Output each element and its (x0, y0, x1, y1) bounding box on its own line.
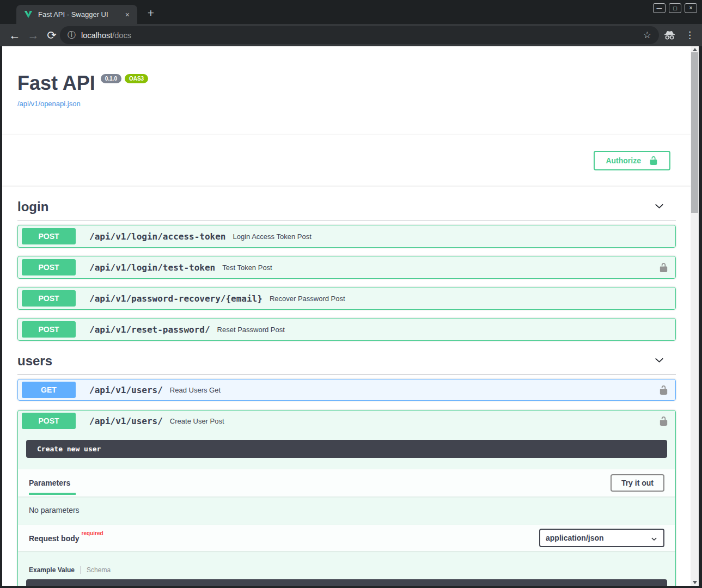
page-scrollbar[interactable] (691, 46, 699, 586)
operation-path: /api/v1/login/test-token (89, 262, 215, 273)
opblock: POST /api/v1/reset-password/ Reset Passw… (17, 318, 676, 341)
operation-row[interactable]: POST /api/v1/login/access-token Login Ac… (18, 225, 675, 247)
auth-lock-icon[interactable] (658, 416, 669, 426)
tab-close-icon[interactable]: × (123, 10, 132, 19)
no-parameters-text: No parameters (18, 497, 675, 525)
content-type-value: application/json (546, 534, 604, 542)
tab-parameters[interactable]: Parameters (29, 471, 76, 495)
tag-header-users[interactable]: users (17, 349, 676, 375)
tab-example-value[interactable]: Example Value (29, 566, 75, 574)
site-info-icon[interactable]: ⓘ (68, 30, 76, 40)
favicon-icon (24, 10, 33, 19)
operation-description: Create new user (26, 440, 667, 458)
back-icon[interactable]: ← (5, 24, 24, 46)
incognito-icon (663, 30, 676, 42)
chevron-down-icon[interactable] (654, 200, 665, 214)
operation-row[interactable]: GET /api/v1/users/ Read Users Get (18, 379, 675, 400)
address-bar[interactable]: ⓘ localhost/docs ☆ (60, 26, 659, 44)
scroll-down-icon[interactable] (691, 579, 699, 586)
chevron-down-icon[interactable] (654, 354, 665, 368)
tab-title: Fast API - Swagger UI (38, 10, 123, 19)
opblock-expanded: POST /api/v1/users/ Create User Post Cre… (17, 410, 676, 586)
close-button[interactable]: × (685, 3, 697, 13)
operation-summary: Login Access Token Post (233, 232, 311, 241)
required-flag: required (82, 530, 103, 536)
opblock: POST /api/v1/login/test-token Test Token… (17, 256, 676, 279)
menu-dots-icon[interactable]: ⋮ (685, 24, 694, 46)
unlocked-padlock-icon (649, 156, 658, 166)
url-host: localhost (81, 31, 112, 40)
operation-row[interactable]: POST /api/v1/login/test-token Test Token… (18, 256, 675, 278)
opblock: POST /api/v1/password-recovery/{email} R… (17, 287, 676, 310)
oas3-badge: OAS3 (125, 74, 148, 83)
version-badge: 0.1.0 (101, 74, 121, 83)
page-viewport: Fast API 0.1.0 OAS3 /api/v1/openapi.json… (2, 46, 691, 586)
openapi-spec-link[interactable]: /api/v1/openapi.json (17, 100, 81, 108)
page-title: Fast API (17, 72, 95, 95)
browser-toolbar: ← → ⟳ ⓘ localhost/docs ☆ ⋮ (0, 24, 702, 46)
operation-path: /api/v1/reset-password/ (89, 324, 210, 335)
url-text: localhost/docs (81, 31, 131, 40)
reload-icon[interactable]: ⟳ (42, 24, 61, 46)
opblock: GET /api/v1/users/ Read Users Get (17, 379, 676, 401)
opblock: POST /api/v1/login/access-token Login Ac… (17, 225, 676, 248)
operation-summary: Read Users Get (170, 386, 221, 394)
select-chevron-down-icon (650, 535, 658, 544)
auth-lock-icon[interactable] (658, 385, 669, 395)
method-badge: POST (22, 228, 76, 244)
operation-path: /api/v1/login/access-token (89, 231, 225, 242)
tag-name: users (17, 353, 52, 369)
maximize-button[interactable]: □ (669, 3, 681, 13)
operation-row[interactable]: POST /api/v1/reset-password/ Reset Passw… (18, 318, 675, 340)
operation-path: /api/v1/password-recovery/{email} (89, 293, 263, 304)
try-it-out-button[interactable]: Try it out (611, 474, 664, 492)
method-badge: POST (22, 413, 76, 429)
minimize-button[interactable]: — (653, 3, 666, 13)
content-type-select[interactable]: application/json (539, 529, 664, 547)
operation-summary: Test Token Post (222, 264, 272, 272)
method-badge: POST (22, 290, 76, 307)
api-info: Fast API 0.1.0 OAS3 /api/v1/openapi.json (2, 72, 691, 108)
tag-name: login (17, 199, 48, 215)
operation-row[interactable]: POST /api/v1/users/ Create User Post (18, 411, 675, 431)
tab-schema[interactable]: Schema (80, 566, 111, 574)
operation-summary: Create User Post (170, 417, 224, 425)
browser-tab[interactable]: Fast API - Swagger UI × (16, 5, 137, 24)
operation-summary: Reset Password Post (217, 326, 285, 334)
operation-row[interactable]: POST /api/v1/password-recovery/{email} R… (18, 287, 675, 309)
method-badge: POST (22, 259, 76, 275)
authorize-label: Authorize (606, 156, 641, 165)
operation-path: /api/v1/users/ (89, 385, 163, 395)
bookmark-star-icon[interactable]: ☆ (639, 29, 656, 41)
method-badge: GET (22, 382, 76, 398)
scheme-container: Authorize (2, 135, 691, 186)
method-badge: POST (22, 321, 76, 338)
request-body-label: Request bodyrequired (29, 533, 103, 543)
operation-path: /api/v1/users/ (89, 416, 163, 426)
url-path: /docs (112, 31, 131, 40)
operation-summary: Recover Password Post (270, 295, 345, 303)
browser-titlebar: Fast API - Swagger UI × + — □ × (0, 0, 702, 24)
forward-icon[interactable]: → (24, 24, 42, 46)
example-code-block[interactable]: { (26, 579, 667, 586)
scrollbar-thumb[interactable] (691, 52, 698, 213)
tag-header-login[interactable]: login (17, 195, 676, 220)
new-tab-button[interactable]: + (143, 5, 159, 22)
authorize-button[interactable]: Authorize (594, 151, 670, 170)
auth-lock-icon[interactable] (658, 262, 669, 273)
